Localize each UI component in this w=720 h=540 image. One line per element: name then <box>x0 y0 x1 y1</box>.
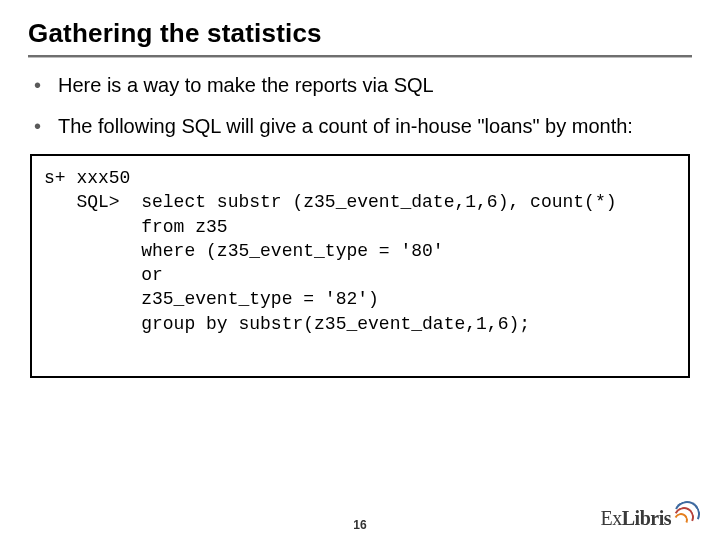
logo-arcs-icon <box>674 505 696 527</box>
bullet-item: Here is a way to make the reports via SQ… <box>32 72 692 99</box>
slide-title: Gathering the statistics <box>28 18 692 55</box>
sql-code-block: s+ xxx50 SQL> select substr (z35_event_d… <box>30 154 690 378</box>
exlibris-logo: ExLibris <box>601 505 696 530</box>
slide: Gathering the statistics Here is a way t… <box>0 0 720 540</box>
bullet-list: Here is a way to make the reports via SQ… <box>32 72 692 140</box>
bullet-item: The following SQL will give a count of i… <box>32 113 692 140</box>
title-underline <box>28 55 692 58</box>
logo-text: ExLibris <box>601 507 671 530</box>
